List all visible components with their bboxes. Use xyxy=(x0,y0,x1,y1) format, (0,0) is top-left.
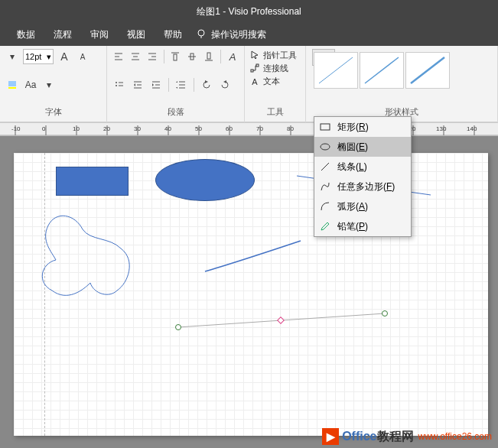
more-font-icon[interactable]: ▾ xyxy=(41,77,57,93)
align-bottom-button[interactable] xyxy=(202,49,216,64)
svg-text:140: 140 xyxy=(467,125,477,132)
font-group: ▾ 12pt▾ A A Aa ▾ 字体 xyxy=(0,46,107,122)
pointer-icon xyxy=(249,50,260,61)
line-spacing-button[interactable] xyxy=(174,77,189,93)
align-top-button[interactable] xyxy=(169,49,183,64)
menu-freeform[interactable]: 任意多边形(F) xyxy=(314,177,411,196)
tell-me-search[interactable]: 操作说明搜索 xyxy=(211,28,275,41)
horizontal-ruler: -10010 203040 506070 8090100 110120130 1… xyxy=(0,122,498,136)
svg-rect-2 xyxy=(8,81,16,86)
text-direction-button[interactable]: A xyxy=(226,49,239,64)
menu-ellipse[interactable]: 椭圆(E) xyxy=(314,137,411,157)
svg-point-0 xyxy=(198,30,204,36)
menu-freeform-label: 任意多边形(F) xyxy=(337,180,395,193)
menu-review[interactable]: 审阅 xyxy=(81,28,118,41)
svg-marker-35 xyxy=(176,87,177,89)
midpoint-handle[interactable] xyxy=(278,317,284,323)
endpoint-handle-start[interactable] xyxy=(175,324,181,330)
separator xyxy=(168,78,169,92)
text-icon: A xyxy=(249,77,260,86)
menu-help[interactable]: 帮助 xyxy=(155,28,191,41)
svg-marker-29 xyxy=(152,83,154,86)
title-bar: 绘图1 - Visio Professional xyxy=(0,0,498,23)
pointer-label: 指针工具 xyxy=(263,50,297,61)
dec-indent-button[interactable] xyxy=(130,77,145,93)
svg-text:0: 0 xyxy=(42,125,46,132)
menu-rectangle[interactable]: 矩形(R) xyxy=(314,117,411,137)
menu-view[interactable]: 视图 xyxy=(118,28,155,41)
menu-bar: 数据 流程 审阅 视图 帮助 操作说明搜索 xyxy=(0,23,498,46)
watermark-brand2: 教程网 xyxy=(377,429,414,445)
separator xyxy=(220,50,221,63)
pointer-tool-button[interactable]: 指针工具 xyxy=(249,49,301,62)
ellipse-icon xyxy=(319,141,331,153)
shape-styles-group: 形状样式 xyxy=(306,46,498,122)
svg-text:-10: -10 xyxy=(11,125,21,132)
svg-point-45 xyxy=(321,144,330,150)
font-group-label: 字体 xyxy=(5,105,102,119)
svg-rect-39 xyxy=(251,70,253,72)
watermark: ▶ Office 教程网 www.office26.com xyxy=(322,428,492,445)
svg-line-41 xyxy=(319,57,353,83)
highlight-button[interactable] xyxy=(5,77,20,93)
watermark-logo: ▶ xyxy=(322,428,339,445)
menu-line[interactable]: 线条(L) xyxy=(314,157,411,177)
font-size-value: 12pt xyxy=(25,52,41,61)
align-middle-button[interactable] xyxy=(185,49,199,64)
svg-line-43 xyxy=(411,57,444,83)
menu-line-label: 线条(L) xyxy=(337,161,367,174)
connector-icon xyxy=(249,63,260,74)
menu-pencil[interactable]: 铅笔(P) xyxy=(314,216,411,236)
style-swatch-3[interactable] xyxy=(405,52,450,89)
svg-line-42 xyxy=(365,57,399,83)
svg-marker-38 xyxy=(252,51,258,59)
paragraph-group-label: 段落 xyxy=(112,105,239,119)
pencil-icon xyxy=(319,220,331,232)
endpoint-handle-end[interactable] xyxy=(382,310,388,317)
svg-rect-3 xyxy=(8,87,16,89)
paragraph-group: A 段落 xyxy=(107,46,245,122)
text-tool-button[interactable]: A 文本 xyxy=(249,75,301,88)
connector-tool-button[interactable]: 连接线 xyxy=(249,62,301,75)
font-dropdown-icon[interactable]: ▾ xyxy=(5,49,20,64)
style-swatch-2[interactable] xyxy=(360,52,404,89)
arc-shape[interactable] xyxy=(205,241,301,271)
menu-arc[interactable]: 弧形(A) xyxy=(314,196,411,216)
watermark-brand1: Office xyxy=(342,430,376,443)
menu-data[interactable]: 数据 xyxy=(8,28,44,41)
svg-rect-14 xyxy=(174,54,177,60)
bullets-button[interactable] xyxy=(112,77,127,93)
menu-pencil-label: 铅笔(P) xyxy=(337,220,368,233)
drawing-page[interactable] xyxy=(14,153,488,436)
svg-marker-34 xyxy=(176,81,177,83)
separator xyxy=(164,50,164,63)
freeform-shape[interactable] xyxy=(42,216,129,295)
drawing-svg xyxy=(14,153,488,436)
menu-flow[interactable]: 流程 xyxy=(44,28,81,41)
chevron-down-icon: ▾ xyxy=(47,52,51,62)
menu-rectangle-label: 矩形(R) xyxy=(337,121,369,134)
align-right-button[interactable] xyxy=(145,49,159,64)
svg-rect-40 xyxy=(256,64,259,67)
inc-indent-button[interactable] xyxy=(148,77,164,93)
svg-rect-18 xyxy=(207,53,210,59)
align-left-button[interactable] xyxy=(112,49,125,64)
style-swatch-1[interactable] xyxy=(314,52,358,89)
rotate-left-button[interactable] xyxy=(199,77,214,93)
ribbon: ▾ 12pt▾ A A Aa ▾ 字体 A xyxy=(0,46,498,122)
watermark-url: www.office26.com xyxy=(418,431,493,442)
svg-marker-25 xyxy=(134,83,135,86)
case-button[interactable]: Aa xyxy=(23,77,38,93)
menu-arc-label: 弧形(A) xyxy=(337,200,368,213)
connector-label: 连接线 xyxy=(263,63,288,74)
align-center-button[interactable] xyxy=(129,49,142,64)
bulb-icon xyxy=(196,28,207,41)
arc-icon xyxy=(319,200,331,213)
font-size-input[interactable]: 12pt▾ xyxy=(23,49,54,64)
canvas-area[interactable] xyxy=(0,136,498,448)
rotate-right-button[interactable] xyxy=(217,77,233,93)
svg-text:130: 130 xyxy=(436,125,447,132)
grow-font-button[interactable]: A xyxy=(57,49,72,64)
style-gallery xyxy=(311,49,493,92)
shrink-font-button[interactable]: A xyxy=(75,49,90,64)
